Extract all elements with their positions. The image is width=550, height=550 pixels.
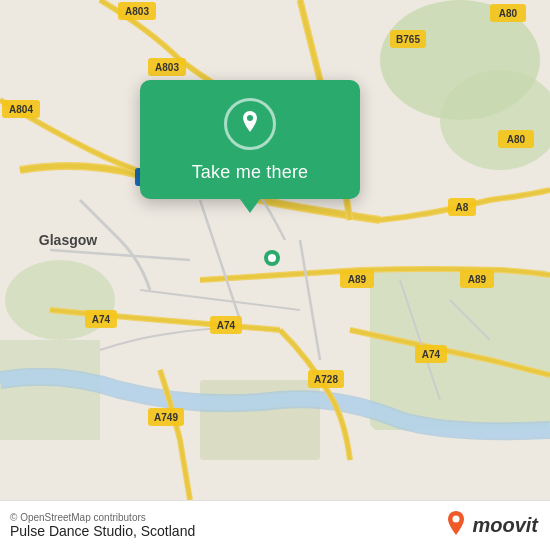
bottom-bar: © OpenStreetMap contributors Pulse Dance…	[0, 500, 550, 550]
svg-text:B765: B765	[396, 34, 420, 45]
take-me-there-button[interactable]: Take me there	[192, 162, 309, 183]
location-name: Pulse Dance Studio, Scotland	[10, 523, 195, 539]
svg-text:A8: A8	[456, 202, 469, 213]
osm-attribution: © OpenStreetMap contributors	[10, 512, 195, 523]
svg-text:A749: A749	[154, 412, 178, 423]
moovit-pin-icon	[444, 511, 468, 541]
svg-text:A804: A804	[9, 104, 33, 115]
svg-text:A74: A74	[217, 320, 236, 331]
svg-text:A74: A74	[422, 349, 441, 360]
location-pin-icon	[237, 111, 263, 137]
moovit-logo: moovit	[444, 511, 538, 541]
svg-point-40	[247, 115, 253, 121]
moovit-text: moovit	[472, 514, 538, 537]
svg-rect-3	[370, 270, 550, 430]
svg-text:A80: A80	[499, 8, 518, 19]
svg-text:A89: A89	[348, 274, 367, 285]
svg-text:Glasgow: Glasgow	[39, 232, 97, 248]
svg-point-41	[453, 515, 460, 522]
svg-text:A80: A80	[507, 134, 526, 145]
popup-card: Take me there	[140, 80, 360, 199]
svg-text:A728: A728	[314, 374, 338, 385]
svg-text:A74: A74	[92, 314, 111, 325]
svg-text:A803: A803	[125, 6, 149, 17]
svg-point-39	[268, 254, 276, 262]
bottom-left: © OpenStreetMap contributors Pulse Dance…	[10, 512, 195, 539]
svg-text:A89: A89	[468, 274, 487, 285]
map-container: A803 A803 A804 A80 B765 A80 M8 A8 A89 A8…	[0, 0, 550, 500]
svg-text:A803: A803	[155, 62, 179, 73]
location-icon-circle	[224, 98, 276, 150]
